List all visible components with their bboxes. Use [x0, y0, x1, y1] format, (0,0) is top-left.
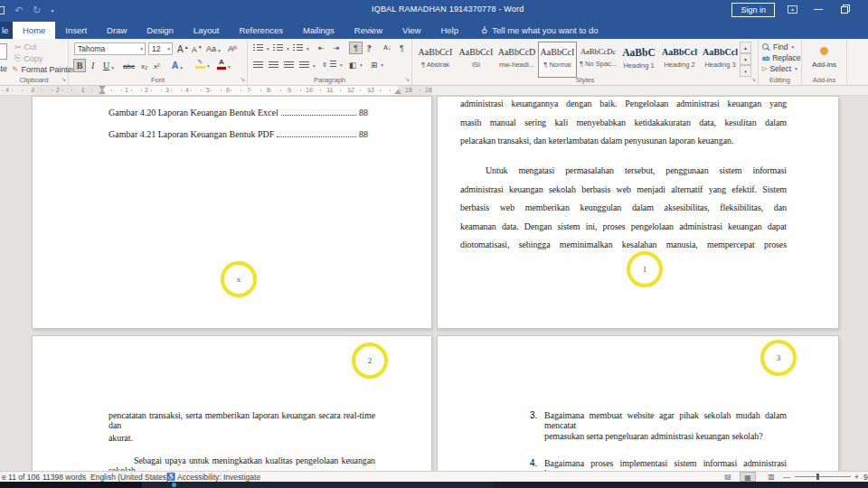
tab-view[interactable]: View — [392, 22, 430, 39]
change-case-button[interactable]: Aa▾ — [206, 44, 221, 53]
ribbon-display-options-icon[interactable]: ▴ — [788, 5, 797, 14]
styles-scroll-down-icon[interactable]: ▼ — [740, 53, 751, 65]
style-heading2[interactable]: AaBbCclHeading 2 — [660, 42, 699, 78]
find-button[interactable]: Find▾ — [762, 42, 794, 52]
horizontal-ruler[interactable]: 4 3 2 1 1 2 3 4 5 6 7 8 9 10 11 12 13 15… — [0, 86, 868, 96]
copy-button[interactable]: ⎘ Copy — [14, 53, 42, 63]
tab-home[interactable]: Home — [13, 22, 55, 39]
paste-button[interactable]: ste — [0, 64, 7, 73]
styles-dialog-launcher-icon[interactable]: ↘ — [750, 76, 756, 83]
page-number-circle-x[interactable]: x — [221, 261, 257, 297]
sort-button[interactable]: A↓ — [383, 43, 392, 52]
style-no-spacing[interactable]: AaBbCcDc¶ No Spac... — [579, 42, 618, 78]
justify-button[interactable]: ▾ — [299, 61, 316, 70]
styles-scroll-up-icon[interactable]: ▲ — [740, 42, 751, 53]
accessibility-status[interactable]: Accessibility: Investigate — [177, 473, 260, 482]
numbering-button[interactable]: ▾ — [273, 44, 289, 52]
shrink-font-button[interactable]: A▼ — [192, 44, 203, 54]
add-ins-button[interactable]: Add-ins — [802, 61, 846, 69]
tab-mailings[interactable]: Mailings — [293, 22, 344, 39]
undo-icon[interactable]: ↶ — [14, 5, 23, 16]
bullets-button[interactable]: ▾ — [253, 44, 269, 52]
text-effects-button[interactable]: A▾ — [172, 61, 183, 70]
font-size-combo[interactable]: 12▾ — [148, 42, 173, 55]
italic-button[interactable]: I — [91, 61, 94, 70]
increase-indent-button[interactable]: ⇥ — [333, 43, 339, 52]
hanging-indent-marker[interactable] — [99, 89, 106, 94]
strikethrough-button[interactable]: abc — [123, 62, 135, 70]
read-mode-button[interactable]: ▤ — [720, 472, 736, 482]
style-heading1[interactable]: AaBbCHeading 1 — [619, 42, 658, 78]
web-layout-button[interactable]: ▥ — [763, 472, 779, 482]
language-indicator[interactable]: English (United States) — [90, 473, 169, 482]
tab-draw[interactable]: Draw — [97, 22, 137, 39]
superscript-button[interactable]: x² — [154, 62, 160, 70]
style-heading3[interactable]: AaBbCclHeading 3 — [701, 42, 740, 78]
clear-formatting-button[interactable]: A — [228, 44, 237, 53]
align-center-button[interactable] — [269, 61, 278, 70]
sign-in-button[interactable]: Sign in — [731, 3, 775, 17]
style-isi[interactable]: AaBbCcIISI — [457, 42, 495, 78]
tab-review[interactable]: Review — [344, 22, 392, 39]
subscript-button[interactable]: x₂ — [141, 62, 147, 70]
style-mw-heading[interactable]: AaBbCcDmw-headl... — [497, 42, 536, 78]
line-spacing-button[interactable]: ⇕▾ — [322, 61, 343, 69]
font-color-button[interactable]: A ▾ — [217, 59, 231, 70]
qat-customize-icon[interactable]: ▾ — [51, 7, 53, 14]
tab-insert[interactable]: Insert — [55, 22, 97, 39]
page-number-circle-1[interactable]: 1 — [627, 251, 663, 287]
bold-button[interactable]: B — [73, 59, 86, 72]
underline-button[interactable]: U▾ — [103, 61, 114, 70]
windows-taskbar[interactable] — [0, 482, 868, 488]
borders-button[interactable]: ⊞▾ — [371, 61, 383, 70]
page-3[interactable]: 3 3. Bagaimana membuat website agar piha… — [437, 335, 839, 471]
style-abstrak[interactable]: AaBbCcI¶ Abstrak — [416, 42, 455, 78]
taskbar-app-icon[interactable] — [172, 483, 176, 487]
zoom-slider-thumb[interactable] — [816, 474, 819, 480]
page-number-circle-2[interactable]: 2 — [352, 343, 388, 379]
tell-me-box[interactable]: ⚲ Tell me what you want to do — [481, 22, 599, 39]
select-button[interactable]: ▷ Select▾ — [762, 64, 797, 73]
restore-button[interactable] — [841, 6, 848, 14]
align-left-button[interactable] — [253, 61, 263, 70]
right-to-left-button[interactable]: ¶ — [367, 43, 372, 52]
tab-references[interactable]: References — [229, 22, 293, 39]
page-indicator[interactable]: e 11 of 106 — [2, 473, 40, 482]
minimize-button[interactable]: — — [814, 4, 823, 14]
page-2[interactable]: 2 pencatatan transaksi, serta memberikan… — [32, 335, 432, 471]
zoom-out-button[interactable]: — — [783, 473, 790, 481]
multilevel-list-button[interactable]: ▾ — [293, 44, 309, 52]
page-number-circle-3[interactable]: 3 — [760, 340, 797, 376]
format-painter-button[interactable]: ✎ Format Painter — [12, 65, 75, 74]
page-toc[interactable]: Gambar 4.20 Laporan Keuangan Bentuk Exce… — [32, 96, 432, 329]
zoom-percentage[interactable]: 9 — [863, 473, 868, 482]
font-family-combo[interactable]: Tahoma▾ — [74, 42, 146, 55]
print-layout-button[interactable]: ▦ — [740, 472, 756, 482]
tab-design[interactable]: Design — [137, 22, 184, 39]
right-indent-marker[interactable] — [394, 89, 401, 94]
replace-button[interactable]: ab Replace — [762, 53, 800, 62]
paste-icon[interactable] — [0, 43, 7, 60]
decrease-indent-button[interactable]: ⇤ — [318, 43, 325, 52]
highlight-button[interactable]: ✎ ▾ — [195, 59, 210, 69]
zoom-slider[interactable] — [795, 476, 851, 477]
left-to-right-button[interactable]: ¶ — [349, 42, 363, 54]
font-dialog-launcher-icon[interactable]: ↘ — [240, 76, 245, 83]
word-count[interactable]: 11398 words — [42, 473, 86, 482]
show-paragraph-marks-button[interactable]: ¶ — [400, 43, 404, 52]
style-normal[interactable]: AaBbCcI¶ Normal — [538, 42, 577, 78]
zoom-in-button[interactable]: + — [854, 473, 859, 482]
shading-button[interactable]: ◧▾ — [349, 61, 363, 70]
paragraph-dialog-launcher-icon[interactable]: ↘ — [404, 76, 410, 83]
align-right-button[interactable] — [284, 61, 294, 70]
tab-help[interactable]: Help — [430, 22, 468, 39]
redo-icon[interactable]: ↻ — [33, 5, 41, 16]
page-1[interactable]: administrasi keuangannya dengan baik. Pe… — [437, 96, 839, 329]
clipboard-dialog-launcher-icon[interactable]: ↘ — [61, 76, 66, 83]
tab-layout[interactable]: Layout — [184, 22, 230, 39]
tab-file[interactable]: le — [0, 22, 13, 39]
add-ins-icon[interactable] — [820, 47, 828, 55]
cut-button[interactable]: ✂ Cut — [14, 42, 37, 52]
save-icon[interactable] — [0, 6, 5, 14]
grow-font-button[interactable]: A▲ — [177, 44, 189, 54]
